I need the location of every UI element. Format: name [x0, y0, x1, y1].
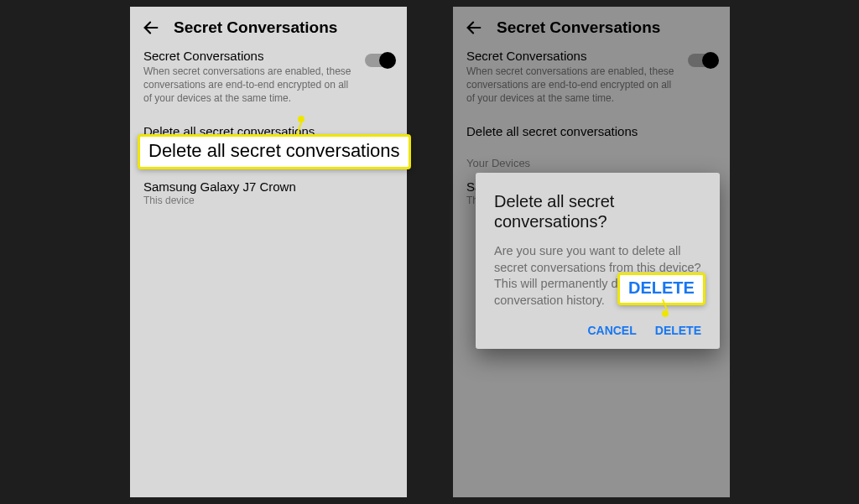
page-title: Secret Conversations: [174, 18, 337, 37]
appbar: Secret Conversations: [130, 7, 407, 45]
toggle-title: Secret Conversations: [143, 49, 353, 63]
device-row[interactable]: Samsung Galaxy J7 Crown This device: [130, 174, 407, 215]
delete-confirm-button[interactable]: DELETE: [655, 324, 701, 337]
toggle-switch[interactable]: [365, 54, 393, 67]
dialog-title: Delete all secret conversations?: [494, 191, 701, 231]
phone-screenshot-right: Secret Conversations Secret Conversation…: [453, 7, 730, 497]
toggle-subtitle: When secret conversations are enabled, t…: [143, 65, 353, 106]
secret-conversations-toggle-row[interactable]: Secret Conversations When secret convers…: [130, 45, 407, 114]
dialog-body: Are you sure you want to delete all secr…: [494, 243, 701, 309]
delete-all-row[interactable]: Delete all secret conversations: [130, 114, 407, 145]
confirm-delete-dialog: Delete all secret conversations? Are you…: [476, 173, 720, 349]
cancel-button[interactable]: CANCEL: [587, 324, 636, 337]
devices-section-label: Your Devices: [130, 145, 407, 174]
device-subtitle: This device: [143, 195, 393, 206]
back-arrow-icon[interactable]: [142, 18, 160, 37]
device-name: Samsung Galaxy J7 Crown: [143, 179, 393, 194]
phone-screenshot-left: Secret Conversations Secret Conversation…: [130, 7, 407, 497]
